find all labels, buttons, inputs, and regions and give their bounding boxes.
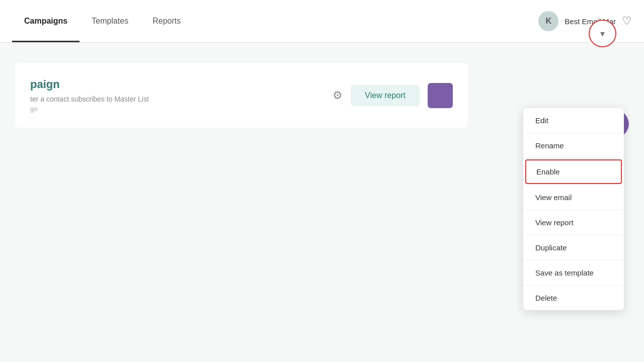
gear-icon[interactable]: ⚙: [333, 89, 343, 102]
tab-reports[interactable]: Reports: [140, 0, 193, 42]
campaign-time: go: [30, 105, 333, 113]
main-content: paign ter a contact subscribes to Master…: [0, 43, 644, 148]
campaign-subtitle: ter a contact subscribes to Master List: [30, 95, 333, 103]
heart-icon[interactable]: ♡: [622, 15, 632, 28]
campaign-info: paign ter a contact subscribes to Master…: [30, 78, 333, 113]
tab-templates[interactable]: Templates: [79, 0, 140, 42]
floating-circle-button[interactable]: ▾: [589, 20, 616, 47]
tab-campaigns[interactable]: Campaigns: [12, 0, 79, 42]
view-report-button[interactable]: View report: [351, 85, 420, 106]
dropdown-item-delete[interactable]: Delete: [523, 286, 624, 310]
campaign-title: paign: [30, 78, 333, 91]
header: Campaigns Templates Reports K Best Email…: [0, 0, 644, 43]
dropdown-menu: Edit Rename Enable View email View repor…: [523, 108, 624, 310]
campaign-card: paign ter a contact subscribes to Master…: [15, 63, 468, 128]
avatar: K: [538, 11, 558, 31]
card-actions: ⚙ View report: [333, 83, 453, 108]
dropdown-item-enable[interactable]: Enable: [525, 159, 622, 184]
dropdown-item-duplicate[interactable]: Duplicate: [523, 235, 624, 260]
dropdown-item-view-report[interactable]: View report: [523, 210, 624, 235]
nav-tabs: Campaigns Templates Reports: [12, 0, 193, 42]
dropdown-item-view-email[interactable]: View email: [523, 185, 624, 210]
header-right: K Best Email Mar ♡: [538, 11, 632, 31]
purple-action-button[interactable]: [428, 83, 453, 108]
chevron-down-icon: ▾: [600, 28, 605, 39]
dropdown-item-edit[interactable]: Edit: [523, 108, 624, 133]
dropdown-item-rename[interactable]: Rename: [523, 133, 624, 158]
dropdown-item-save-as-template[interactable]: Save as template: [523, 260, 624, 286]
